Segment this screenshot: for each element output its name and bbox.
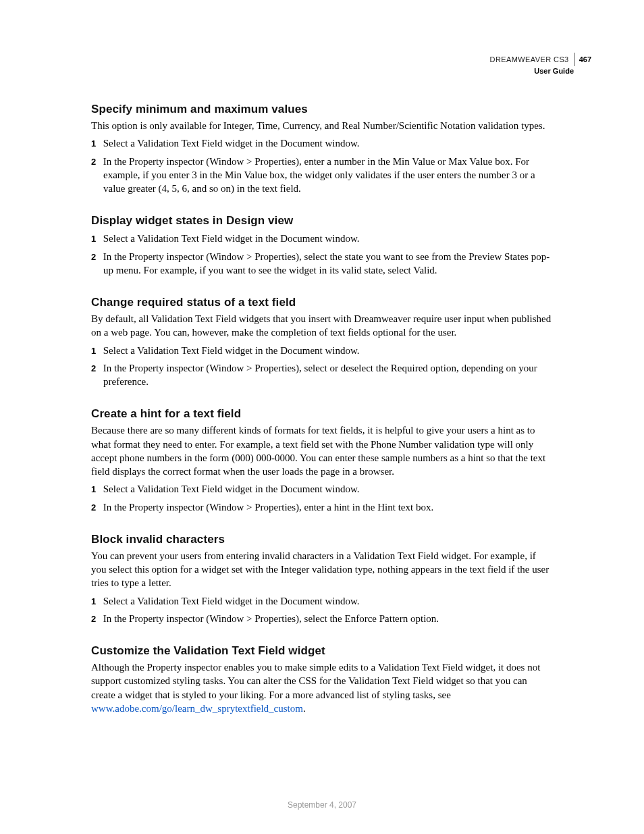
step-text: Select a Validation Text Field widget in… (103, 596, 360, 606)
step-number: 1 (91, 484, 101, 496)
footer-date: September 4, 2007 (0, 800, 644, 810)
section-heading: Customize the Validation Text Field widg… (91, 644, 553, 658)
step-number: 1 (91, 233, 101, 245)
step-item: 1 Select a Validation Text Field widget … (91, 344, 553, 357)
step-text: Select a Validation Text Field widget in… (103, 484, 360, 494)
step-item: 2 In the Property inspector (Window > Pr… (91, 500, 553, 514)
step-text: Select a Validation Text Field widget in… (103, 233, 360, 244)
section-heading: Change required status of a text field (91, 296, 553, 309)
product-name: DREAMWEAVER CS3 (490, 55, 569, 64)
section-intro: You can prevent your users from entering… (91, 549, 553, 590)
step-item: 1 Select a Validation Text Field widget … (91, 136, 553, 150)
section-intro: Because there are so many different kind… (91, 423, 553, 478)
step-text: Select a Validation Text Field widget in… (103, 345, 360, 356)
step-number: 2 (91, 613, 101, 625)
intro-text-after: . (303, 703, 306, 714)
step-item: 2 In the Property inspector (Window > Pr… (91, 250, 553, 278)
step-number: 1 (91, 596, 101, 608)
page-number: 467 (579, 55, 591, 64)
step-item: 1 Select a Validation Text Field widget … (91, 594, 553, 608)
section-heading: Specify minimum and maximum values (91, 103, 553, 116)
step-list: 1 Select a Validation Text Field widget … (91, 594, 553, 626)
header-separator (574, 53, 575, 66)
step-number: 2 (91, 156, 101, 168)
step-text: In the Property inspector (Window > Prop… (103, 502, 433, 513)
section-heading: Display widget states in Design view (91, 214, 553, 228)
step-text: In the Property inspector (Window > Prop… (103, 363, 537, 387)
step-number: 2 (91, 363, 101, 375)
step-number: 2 (91, 251, 101, 263)
step-text: In the Property inspector (Window > Prop… (103, 156, 535, 194)
step-text: Select a Validation Text Field widget in… (103, 138, 360, 149)
step-item: 2 In the Property inspector (Window > Pr… (91, 361, 553, 389)
step-number: 2 (91, 502, 101, 514)
running-header: DREAMWEAVER CS3 467 User Guide (490, 53, 591, 76)
step-number: 1 (91, 345, 101, 357)
step-list: 1 Select a Validation Text Field widget … (91, 136, 553, 195)
section-heading: Block invalid characters (91, 533, 553, 546)
step-item: 2 In the Property inspector (Window > Pr… (91, 155, 553, 196)
section-intro: This option is only available for Intege… (91, 119, 553, 132)
page: DREAMWEAVER CS3 467 User Guide Specify m… (0, 0, 644, 834)
intro-text-before: Although the Property inspector enables … (91, 662, 540, 700)
step-item: 1 Select a Validation Text Field widget … (91, 232, 553, 245)
step-text: In the Property inspector (Window > Prop… (103, 613, 439, 624)
step-list: 1 Select a Validation Text Field widget … (91, 232, 553, 277)
step-number: 1 (91, 138, 101, 150)
step-list: 1 Select a Validation Text Field widget … (91, 482, 553, 514)
step-item: 1 Select a Validation Text Field widget … (91, 482, 553, 496)
guide-label: User Guide (490, 66, 574, 76)
step-list: 1 Select a Validation Text Field widget … (91, 344, 553, 389)
external-link[interactable]: www.adobe.com/go/learn_dw_sprytextfield_… (91, 703, 303, 714)
section-heading: Create a hint for a text field (91, 407, 553, 421)
content: Specify minimum and maximum values This … (91, 103, 553, 715)
step-item: 2 In the Property inspector (Window > Pr… (91, 612, 553, 625)
step-text: In the Property inspector (Window > Prop… (103, 251, 549, 276)
section-intro: Although the Property inspector enables … (91, 660, 553, 715)
section-intro: By default, all Validation Text Field wi… (91, 312, 553, 340)
